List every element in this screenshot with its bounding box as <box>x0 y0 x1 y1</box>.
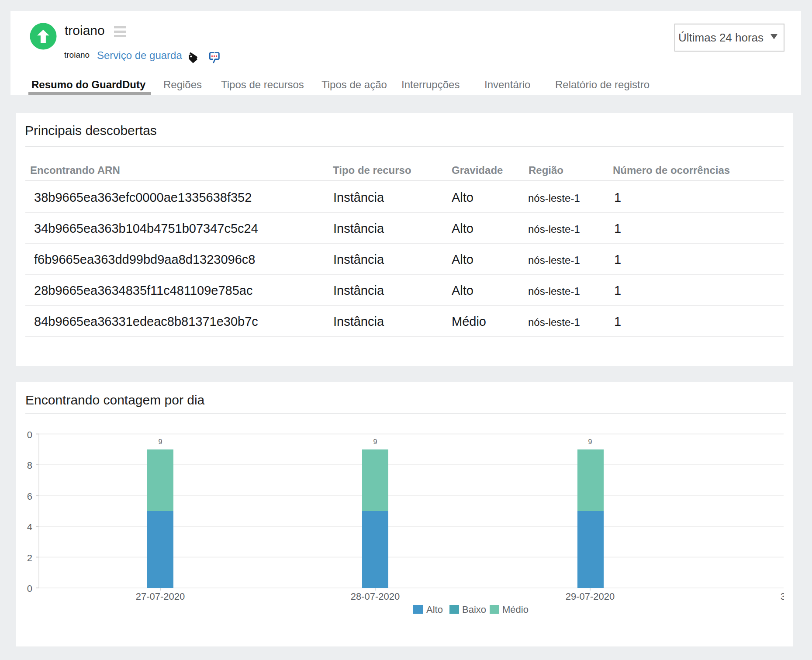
svg-text:9: 9 <box>159 438 162 446</box>
svg-text:29-07-2020: 29-07-2020 <box>566 591 615 602</box>
svg-text:9: 9 <box>373 438 377 446</box>
svg-text:2: 2 <box>27 553 32 563</box>
svg-text:0: 0 <box>27 583 32 594</box>
svg-text:8: 8 <box>27 460 32 471</box>
svg-text:Alto: Alto <box>426 604 443 615</box>
svg-text:9: 9 <box>588 438 592 446</box>
svg-text:4: 4 <box>27 522 32 532</box>
svg-text:Médio: Médio <box>502 604 529 615</box>
svg-text:27-07-2020: 27-07-2020 <box>136 591 185 602</box>
svg-text:0: 0 <box>27 429 32 440</box>
svg-text:28-07-2020: 28-07-2020 <box>351 591 400 602</box>
svg-text:Baixo: Baixo <box>462 604 486 615</box>
svg-text:6: 6 <box>27 491 32 502</box>
svg-text:30-07-2020: 30-07-2020 <box>781 591 784 602</box>
